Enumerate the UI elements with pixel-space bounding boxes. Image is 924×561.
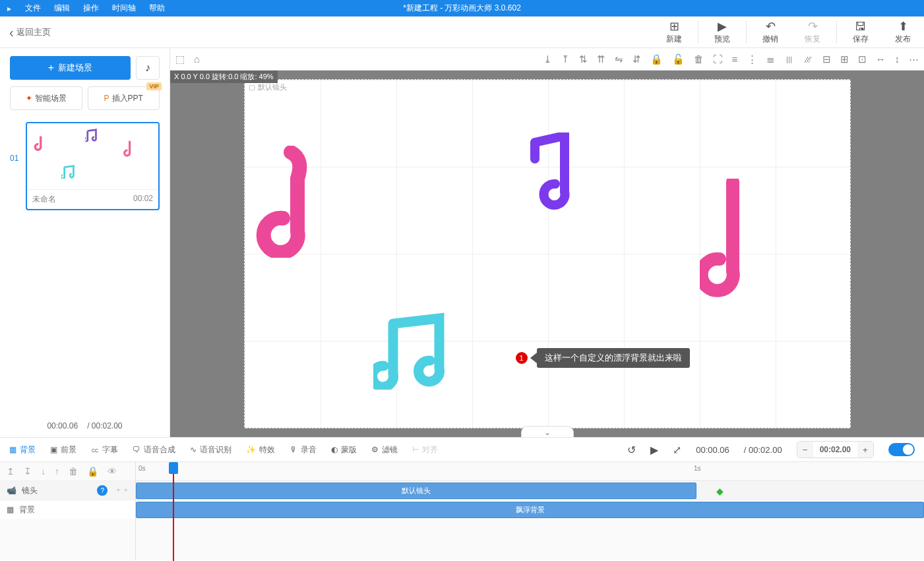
redo-button[interactable]: ↷恢复 [791,19,834,45]
lock-track-icon[interactable]: 🔒 [87,466,98,477]
align-vcenter-icon[interactable]: ⇅ [579,53,588,65]
trash-icon[interactable]: 🗑 [694,53,704,65]
fullscreen-button[interactable]: ⤢ [673,444,681,456]
menu-file[interactable]: 文件 [18,3,47,14]
distribute-v-icon[interactable]: ⫻ [803,53,813,65]
align-up-icon[interactable]: ⇈ [597,53,605,65]
wave-icon: ∿ [190,445,197,454]
publish-button[interactable]: ⬆发布 [882,19,924,45]
speech-icon: 🗨 [133,445,140,454]
menu-action[interactable]: 操作 [77,3,106,14]
play-button[interactable]: ▶ [650,444,658,456]
tab-foreground[interactable]: ▣前景 [50,444,77,456]
focus-icon[interactable]: ⛶ [713,53,723,65]
lock-icon[interactable]: 🔒 [650,53,663,65]
align-bottom-icon[interactable]: ⤓ [543,53,552,65]
cursor-icon[interactable]: ⬚ [175,53,185,65]
back-home-button[interactable]: 返回主页 [0,26,60,39]
playhead[interactable] [169,462,178,561]
spacing-v-icon[interactable]: ↕ [895,53,900,65]
timeline-ruler[interactable]: 0s 1s [136,462,924,481]
folder-out-icon[interactable]: ↥ [7,466,15,477]
tab-align[interactable]: ⊢对齐 [412,444,438,456]
home-icon[interactable]: ⌂ [194,53,200,65]
canvas-viewport[interactable]: 默认镜头 1 这样一个自定义的漂浮背景就出来啦 ⌄ [170,71,924,437]
align-top-icon[interactable]: ⤒ [561,53,570,65]
scene-card[interactable]: 未命名 00:02 [26,122,160,210]
track-background[interactable]: 飘浮背景 [136,500,924,519]
scene-name: 未命名 [32,194,56,205]
unlock-icon[interactable]: 🔓 [672,53,685,65]
tab-tts[interactable]: 🗨语音合成 [133,444,175,456]
tab-filter[interactable]: ⚙滤镜 [371,444,398,456]
tab-asr[interactable]: ∿语音识别 [190,444,231,456]
visibility-icon[interactable]: 👁 [108,466,117,477]
increase-button[interactable]: + [857,442,873,458]
align-right-icon[interactable]: ≣ [766,53,775,65]
note-teal[interactable] [373,310,459,390]
ungroup-icon[interactable]: ⊡ [858,53,867,65]
menu-edit[interactable]: 编辑 [47,3,77,14]
new-scene-button[interactable]: 新建场景 [10,56,131,80]
timeline-tracks[interactable]: 0s 1s 默认镜头 ◆ 飘浮背景 [136,462,924,560]
clip-camera[interactable]: 默认镜头 [136,483,696,499]
tab-effects[interactable]: ✨特效 [246,444,275,456]
help-badge[interactable]: ? [97,485,108,496]
folder-in-icon[interactable]: ↧ [24,466,32,477]
canvas-expand-tab[interactable]: ⌄ [521,426,574,437]
decrease-button[interactable]: − [797,442,813,458]
group-icon[interactable]: ⊞ [840,53,849,65]
distribute-h-icon[interactable]: ⫼ [784,53,794,65]
tab-background[interactable]: ▦背景 [9,444,36,456]
total-time-label: / 00:02.00 [87,421,122,430]
menu-help[interactable]: 帮助 [142,3,171,14]
align-left-icon[interactable]: ≡ [732,53,738,65]
play-icon: ▶ [718,19,727,34]
tooltip-number: 1 [516,352,528,364]
new-button[interactable]: ⊞新建 [653,19,695,45]
canvas-area: ⬚ ⌂ ⤓ ⤒ ⇅ ⇈ ⇋ ⇵ 🔒 🔓 🗑 ⛶ ≡ ⋮ ≣ ⫼ ⫻ ⊟ [170,48,924,437]
tab-mask[interactable]: ◐蒙版 [331,444,357,456]
duration-stepper[interactable]: − 00:02.00 + [797,441,874,458]
track-camera[interactable]: 默认镜头 ◆ [136,481,924,500]
app-logo-icon: ▸ [0,4,18,13]
music-button[interactable]: ♪ [136,56,160,80]
undo-button[interactable]: ↶撤销 [749,19,791,45]
note-purple[interactable] [518,133,578,212]
smart-scene-button[interactable]: ✦智能场景 [10,86,82,110]
sort-up-icon[interactable]: ↑ [55,466,59,477]
tab-record[interactable]: 🎙录音 [290,444,317,456]
snap-toggle[interactable] [888,443,915,456]
track-label-camera[interactable]: 📹 镜头 ? • • [0,481,135,500]
rewind-button[interactable]: ↺ [627,444,636,456]
align-hcenter-icon[interactable]: ⋮ [747,53,757,65]
tooltip-text: 这样一个自定义的漂浮背景就出来啦 [537,348,690,368]
sort-down-icon[interactable]: ↓ [41,466,46,477]
insert-ppt-button[interactable]: P插入PPTVIP [88,86,160,110]
clip-background[interactable]: 飘浮背景 [136,502,924,518]
save-icon: 🖫 [855,19,867,34]
more-icon[interactable]: ⋯ [909,53,919,65]
duration-value: 00:02.00 [813,445,857,454]
menu-timeline[interactable]: 时间轴 [106,3,142,14]
titlebar: ▸ 文件 编辑 操作 时间轴 帮助 *新建工程 - 万彩动画大师 3.0.602 [0,0,924,16]
preview-button[interactable]: ▶预览 [701,19,743,45]
camera-label: 默认镜头 [249,82,287,92]
track-label-background[interactable]: ▦ 背景 [0,500,135,519]
arrange-icon[interactable]: ⊟ [822,53,831,65]
spacing-h-icon[interactable]: ↔ [876,53,886,65]
undo-icon: ↶ [766,19,776,34]
delete-icon[interactable]: 🗑 [69,466,78,477]
playhead-handle[interactable] [169,462,178,474]
canvas-stage[interactable]: 默认镜头 1 这样一个自定义的漂浮背景就出来啦 [244,79,851,428]
flip-h-icon[interactable]: ⇋ [615,53,623,65]
tab-subtitle[interactable]: ㏄字幕 [91,444,118,456]
scene-thumbnail [27,123,158,189]
track-options[interactable]: • • [117,486,129,495]
save-button[interactable]: 🖫保存 [840,19,882,45]
flip-v-icon[interactable]: ⇵ [632,53,641,65]
note-pink-1[interactable] [251,146,317,258]
timeline-track-labels: ↥ ↧ ↓ ↑ 🗑 🔒 👁 📹 镜头 ? • • ▦ 背景 [0,462,136,560]
add-keyframe-icon[interactable]: ◆ [716,486,724,496]
note-pink-2[interactable] [700,179,746,297]
